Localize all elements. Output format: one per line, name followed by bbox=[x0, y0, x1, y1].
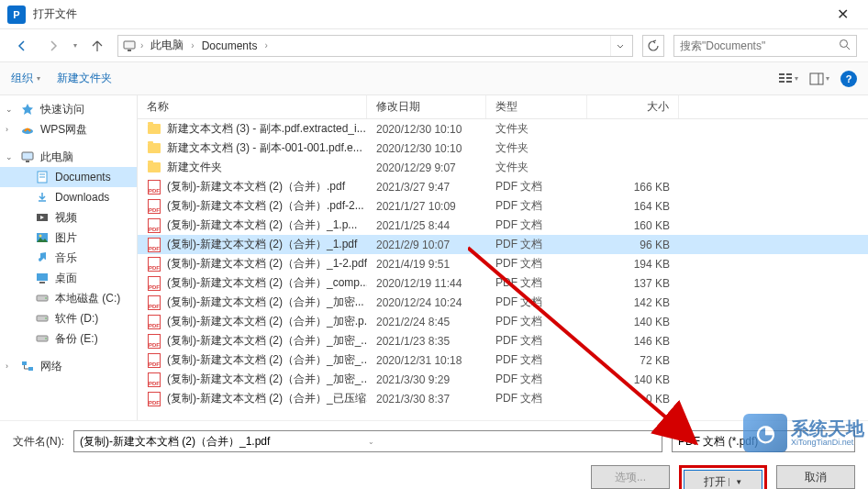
pic-icon bbox=[35, 230, 50, 245]
svg-point-20 bbox=[39, 235, 42, 238]
sidebar-item-视频[interactable]: 视频 bbox=[0, 207, 137, 228]
svg-rect-4 bbox=[779, 73, 785, 75]
sidebar-item-桌面[interactable]: 桌面 bbox=[0, 268, 137, 288]
col-date[interactable]: 修改日期 bbox=[367, 95, 486, 118]
breadcrumb[interactable]: › 此电脑 › Documents › bbox=[117, 35, 633, 57]
expand-icon[interactable]: ⌄ bbox=[6, 152, 13, 161]
svg-rect-29 bbox=[22, 361, 27, 365]
file-row[interactable]: PDF(复制)-新建文本文档 (2)（合并）.pdf-2...2021/1/27… bbox=[138, 196, 868, 216]
col-size[interactable]: 大小 bbox=[587, 95, 679, 118]
file-row[interactable]: PDF(复制)-新建文本文档 (2)（合并）_加密_...2021/3/30 9… bbox=[138, 370, 868, 389]
file-type: PDF 文档 bbox=[486, 217, 587, 233]
file-row[interactable]: PDF(复制)-新建文本文档 (2)（合并）_1.pdf2021/2/9 10:… bbox=[138, 235, 868, 254]
col-type[interactable]: 类型 bbox=[486, 95, 587, 118]
sidebar-label: 网络 bbox=[40, 359, 62, 374]
file-row[interactable]: 新建文本文档 (3) - 副本.pdf.extracted_i...2020/1… bbox=[138, 119, 868, 139]
expand-icon[interactable]: › bbox=[6, 125, 8, 134]
pdf-icon: PDF bbox=[147, 180, 161, 194]
file-date: 2020/12/30 10:10 bbox=[367, 142, 486, 155]
preview-pane-button[interactable]: ▾ bbox=[809, 72, 829, 85]
breadcrumb-root[interactable]: 此电脑 bbox=[147, 38, 187, 53]
history-dropdown[interactable]: ▾ bbox=[73, 41, 77, 50]
cancel-button[interactable]: 取消 bbox=[776, 465, 855, 489]
file-row[interactable]: PDF(复制)-新建文本文档 (2)（合并）_加密.p...2021/2/24 … bbox=[138, 312, 868, 331]
refresh-button[interactable] bbox=[642, 35, 664, 57]
breadcrumb-dropdown[interactable] bbox=[610, 36, 629, 56]
filename-input[interactable]: (复制)-新建文本文档 (2)（合并）_1.pdf ⌄ bbox=[73, 430, 662, 452]
file-date: 2020/12/29 9:07 bbox=[367, 161, 486, 174]
toolbar: 组织▾ 新建文件夹 ▾ ▾ ? bbox=[0, 62, 868, 95]
chevron-down-icon[interactable]: ⌄ bbox=[763, 438, 849, 446]
file-row[interactable]: 新建文件夹2020/12/29 9:07文件夹 bbox=[138, 158, 868, 177]
help-button[interactable]: ? bbox=[840, 71, 857, 87]
pdf-icon: PDF bbox=[147, 315, 161, 329]
sidebar-label: 本地磁盘 (C:) bbox=[55, 291, 120, 306]
sidebar-item-音乐[interactable]: 音乐 bbox=[0, 248, 137, 268]
sidebar-item-Documents[interactable]: Documents bbox=[0, 167, 137, 187]
chevron-right-icon[interactable]: › bbox=[140, 40, 143, 50]
search-input[interactable] bbox=[680, 39, 839, 52]
file-type: 文件夹 bbox=[486, 140, 587, 156]
view-mode-button[interactable]: ▾ bbox=[778, 72, 798, 85]
file-row[interactable]: PDF(复制)-新建文本文档 (2)（合并）_1-2.pdf2021/4/19 … bbox=[138, 254, 868, 273]
breadcrumb-folder[interactable]: Documents bbox=[198, 39, 262, 52]
main-area: ⌄快速访问›WPS网盘⌄此电脑DocumentsDownloads视频图片音乐桌… bbox=[0, 95, 868, 420]
back-button[interactable] bbox=[11, 35, 33, 57]
file-row[interactable]: PDF(复制)-新建文本文档 (2)（合并）_comp...2020/12/19… bbox=[138, 273, 868, 293]
forward-button[interactable] bbox=[42, 35, 64, 57]
file-date: 2021/4/19 9:51 bbox=[367, 258, 486, 271]
sidebar-label: WPS网盘 bbox=[40, 122, 87, 138]
file-row[interactable]: PDF(复制)-新建文本文档 (2)（合并）.pdf2021/3/27 9:47… bbox=[138, 177, 868, 196]
open-button[interactable]: 打开 ▼ bbox=[684, 470, 762, 489]
file-size: 160 KB bbox=[587, 219, 679, 232]
file-name: (复制)-新建文本文档 (2)（合并）_加密_... bbox=[167, 372, 367, 387]
sidebar-item-快速访问[interactable]: ⌄快速访问 bbox=[0, 99, 137, 119]
file-name: (复制)-新建文本文档 (2)（合并）_加密_... bbox=[167, 333, 367, 349]
sidebar-item-软件 (D:)[interactable]: 软件 (D:) bbox=[0, 308, 137, 328]
up-button[interactable] bbox=[86, 35, 108, 57]
svg-rect-9 bbox=[786, 81, 792, 83]
col-name[interactable]: 名称 bbox=[138, 95, 367, 118]
expand-icon[interactable]: ⌄ bbox=[6, 105, 13, 114]
sidebar-item-图片[interactable]: 图片 bbox=[0, 228, 137, 248]
column-headers: 名称 修改日期 类型 大小 bbox=[138, 95, 868, 119]
file-size: 137 KB bbox=[587, 277, 679, 290]
pdf-icon: PDF bbox=[147, 353, 161, 368]
file-row[interactable]: PDF(复制)-新建文本文档 (2)（合并）_加密_...2021/1/23 8… bbox=[138, 331, 868, 350]
file-row[interactable]: PDF(复制)-新建文本文档 (2)（合并）_加密...2020/12/24 1… bbox=[138, 293, 868, 312]
options-button[interactable]: 选项... bbox=[591, 465, 670, 489]
file-row[interactable]: PDF(复制)-新建文本文档 (2)（合并）_加密_...2020/12/31 … bbox=[138, 350, 868, 370]
file-date: 2020/12/19 11:44 bbox=[367, 277, 486, 290]
sidebar-item-Downloads[interactable]: Downloads bbox=[0, 187, 137, 207]
expand-icon[interactable]: › bbox=[6, 361, 8, 371]
file-size: 96 KB bbox=[587, 239, 679, 251]
file-name: (复制)-新建文本文档 (2)（合并）_加密_... bbox=[167, 352, 367, 368]
chevron-right-icon[interactable]: › bbox=[264, 40, 267, 50]
chevron-down-icon[interactable]: ⌄ bbox=[368, 438, 656, 446]
sidebar-item-备份 (E:)[interactable]: 备份 (E:) bbox=[0, 328, 137, 349]
svg-rect-13 bbox=[22, 152, 33, 160]
file-type: PDF 文档 bbox=[486, 275, 587, 291]
sidebar-item-WPS网盘[interactable]: ›WPS网盘 bbox=[0, 119, 137, 139]
dl-icon bbox=[35, 190, 50, 205]
sidebar-item-网络[interactable]: ›网络 bbox=[0, 356, 137, 376]
search-icon[interactable] bbox=[839, 39, 851, 53]
search-box[interactable] bbox=[673, 35, 857, 57]
close-button[interactable]: ✕ bbox=[824, 0, 861, 29]
file-date: 2021/2/24 8:45 bbox=[367, 316, 486, 328]
chevron-right-icon[interactable]: › bbox=[191, 40, 194, 50]
pdf-icon: PDF bbox=[147, 295, 161, 310]
file-row[interactable]: PDF(复制)-新建文本文档 (2)（合并）_已压缩...2021/3/30 8… bbox=[138, 389, 868, 408]
file-row[interactable]: PDF(复制)-新建文本文档 (2)（合并）_1.p...2021/1/25 8… bbox=[138, 216, 868, 235]
sidebar-item-此电脑[interactable]: ⌄此电脑 bbox=[0, 147, 137, 167]
sidebar-item-本地磁盘 (C:)[interactable]: 本地磁盘 (C:) bbox=[0, 288, 137, 308]
file-row[interactable]: 新建文本文档 (3) - 副本-001-001.pdf.e...2020/12/… bbox=[138, 139, 868, 158]
organize-button[interactable]: 组织▾ bbox=[11, 71, 40, 86]
file-type: PDF 文档 bbox=[486, 179, 587, 194]
file-type: PDF 文档 bbox=[486, 237, 587, 252]
file-date: 2020/12/31 10:18 bbox=[367, 354, 486, 367]
svg-rect-1 bbox=[128, 50, 131, 51]
filetype-select[interactable]: PDF 文档 (*.pdf) ⌄ bbox=[672, 430, 855, 452]
pdf-icon: PDF bbox=[147, 238, 161, 252]
new-folder-button[interactable]: 新建文件夹 bbox=[57, 71, 112, 86]
